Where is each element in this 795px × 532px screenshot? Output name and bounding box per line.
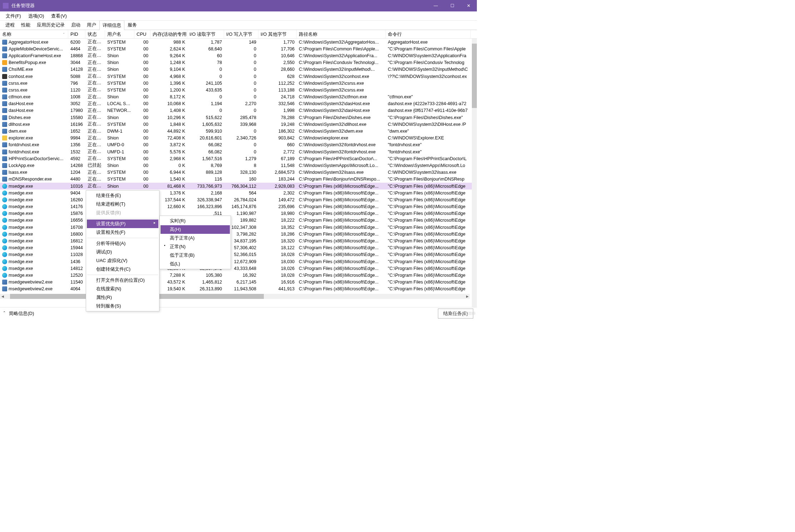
cell-iowrite: 11,943,508 [224,286,258,291]
table-row[interactable]: AggregatorHost.exe6200正在运行SYSTEM00988 K1… [0,39,477,45]
scrollbar-vertical[interactable] [472,39,477,307]
table-row[interactable]: msedge.exe1481282,384 K52,507,97243,333,… [0,265,477,272]
cell-pid: 6200 [68,40,85,45]
column-header-5[interactable]: 内存(活动的专用... [150,30,187,38]
grid-body[interactable]: AggregatorHost.exe6200正在运行SYSTEM00988 K1… [0,39,477,294]
scroll-left-arrow-icon[interactable]: ◀ [0,294,5,299]
column-header-2[interactable]: 状态 [85,30,105,38]
menu-item-8[interactable]: 调试(D) [87,248,158,256]
menu-item-13[interactable]: 在线搜索(N) [87,285,158,293]
priority-item-4[interactable]: 低于正常(B) [161,251,230,260]
collapse-toggle[interactable]: ˆ 简略信息(D) [4,310,34,317]
table-row[interactable]: dasHost.exe3052正在运行LOCAL SE...0010,068 K… [0,100,477,107]
table-row[interactable]: csrss.exe796正在运行SYSTEM001,396 K241,10501… [0,80,477,87]
table-row[interactable]: msedge.exe16812,16934,837,19518,320C:\Pr… [0,237,477,244]
table-row[interactable]: LockApp.exe14268已挂起Shion000 K8,769811,54… [0,162,477,169]
cell-status: 正在运行 [85,114,105,120]
table-row[interactable]: msedge.exe16656,670189,88218,222C:\Progr… [0,217,477,224]
menu-item-14[interactable]: 属性(R) [87,293,158,302]
menu-options[interactable]: 选项(O) [25,12,48,20]
cell-cmd: "dwm.exe" [386,129,471,134]
table-row[interactable]: msedgewebview2.exe1154043,572 K1,465,812… [0,279,477,286]
table-row[interactable]: HPPrintScanDoctorServic...4592正在运行SYSTEM… [0,155,477,162]
column-header-4[interactable]: CPU [134,30,150,38]
menu-item-4[interactable]: 设置优先级(P)▸ [87,220,158,228]
table-row[interactable]: msedge.exe143676,296 K11,097,09912,672,9… [0,258,477,265]
priority-item-0[interactable]: 实时(R) [161,217,230,225]
column-header-3[interactable]: 用户名 [105,30,134,38]
table-row[interactable]: lsass.exe1204正在运行SYSTEM006,944 K889,1283… [0,169,477,176]
table-row[interactable]: msedge.exe16708,372102,347,30818,352C:\P… [0,224,477,231]
minimize-button[interactable]: — [428,0,444,11]
tab-1[interactable]: 性能 [18,20,34,30]
priority-item-2[interactable]: 高于正常(A) [161,234,230,242]
cell-ioother: 10,646 [258,53,297,58]
table-row[interactable]: msedge.exe94041,376 K2,1685642,302C:\Pro… [0,189,477,196]
table-row[interactable]: conhost.exe5088正在运行SYSTEM004,968 K00628C… [0,73,477,80]
table-row[interactable]: msedge.exe15944,67757,306,40218,122C:\Pr… [0,245,477,251]
table-row[interactable]: msedge.exe15876,5111,190,98718,980C:\Pro… [0,210,477,217]
table-row[interactable]: csrss.exe1120正在运行SYSTEM001,200 K433,6350… [0,87,477,93]
cell-cmd: "C:\Program Files (x86)\Microsoft\Edge [386,211,471,216]
cell-pid: 16260 [68,197,85,202]
column-header-9[interactable]: 路径名称 [297,30,386,38]
cell-user: NETWOR... [105,108,134,113]
table-row[interactable]: msedge.exe16260137,544 K326,338,94726,78… [0,196,477,203]
table-row[interactable]: msedge.exe125207,288 K105,38016,39218,02… [0,272,477,279]
process-name: msedge.exe [9,252,33,257]
table-row[interactable]: msedge.exe1417612,660 K166,323,896145,17… [0,203,477,210]
tab-2[interactable]: 应用历史记录 [34,20,68,30]
priority-item-3[interactable]: 正常(N)• [161,242,230,251]
tab-0[interactable]: 进程 [2,20,18,30]
priority-item-1[interactable]: 高(H) [161,225,230,234]
table-row[interactable]: fontdrvhost.exe1532正在运行UMFD-1005,576 K66… [0,148,477,155]
process-name: msedge.exe [9,259,33,264]
menu-file[interactable]: 文件(F) [2,12,25,20]
column-header-7[interactable]: I/O 写入字节 [224,30,258,38]
table-row[interactable]: ChsIME.exe14128正在运行Shion009,104 K0028,66… [0,66,477,73]
tab-6[interactable]: 服务 [124,20,140,30]
cell-iowrite: 149 [224,40,258,45]
menu-item-7[interactable]: 分析等待链(A) [87,239,158,248]
table-row[interactable]: dasHost.exe17980正在运行NETWOR...001,408 K00… [0,107,477,114]
tab-4[interactable]: 用户 [84,20,99,30]
table-row[interactable]: Dishes.exe15580正在运行Shion0010,296 K515,62… [0,114,477,121]
cell-iowrite: 2,270 [224,101,258,106]
tab-3[interactable]: 启动 [68,20,84,30]
column-header-1[interactable]: PID [68,30,85,38]
table-row[interactable]: msedge.exe16800,8763,798,28218,286C:\Pro… [0,231,477,237]
menu-item-12[interactable]: 打开文件所在的位置(O) [87,276,158,285]
scroll-thumb-vertical[interactable] [472,44,477,108]
table-row[interactable]: ApplicationFrameHost.exe18868正在运行Shion00… [0,52,477,59]
tab-5[interactable]: 详细信息 [99,20,124,30]
menu-view[interactable]: 查看(V) [48,12,70,20]
table-row[interactable]: ctfmon.exe1008正在运行Shion008,172 K0024,718… [0,94,477,100]
column-header-0[interactable]: 名称ˆ [0,30,68,38]
cell-ioother: 149,472 [258,197,297,202]
table-row[interactable]: msedgewebview2.exe406419,540 K26,313,890… [0,286,477,292]
scroll-right-arrow-icon[interactable]: ▶ [465,294,470,299]
menu-item-1[interactable]: 结束进程树(T) [87,200,158,208]
table-row[interactable]: mDNSResponder.exe4480正在运行SYSTEM001,540 K… [0,176,477,183]
menu-item-5[interactable]: 设置相关性(F) [87,228,158,237]
table-row[interactable]: AppleMobileDeviceServic...4464正在运行SYSTEM… [0,45,477,52]
table-row[interactable]: fontdrvhost.exe1356正在运行UMFD-0003,872 K66… [0,142,477,148]
table-row[interactable]: msedge.exe11028,76152,366,01518,028C:\Pr… [0,251,477,258]
table-row[interactable]: dllhost.exe16196正在运行SYSTEM001,848 K1,605… [0,121,477,128]
process-icon [2,273,7,278]
table-row[interactable]: dwm.exe1652正在运行DWM-10044,892 K599,910018… [0,128,477,134]
menu-item-9[interactable]: UAC 虚拟化(V) [87,256,158,265]
priority-item-5[interactable]: 低(L) [161,260,230,268]
close-button[interactable]: ✕ [460,0,477,11]
table-row[interactable]: explorer.exe9984正在运行Shion0072,408 K20,61… [0,135,477,142]
menu-item-0[interactable]: 结束任务(E) [87,191,158,200]
table-row[interactable]: msedge.exe10316正在运行Shion0081,468 K733,76… [0,183,477,189]
maximize-button[interactable]: ☐ [444,0,460,11]
menu-item-10[interactable]: 创建转储文件(C) [87,265,158,274]
column-header-8[interactable]: I/O 其他字节 [258,30,297,38]
menu-item-15[interactable]: 转到服务(S) [87,302,158,310]
column-header-6[interactable]: I/O 读取字节 [187,30,224,38]
scrollbar-horizontal[interactable]: ◀ ▶ [0,294,470,299]
table-row[interactable]: BenefitsPopup.exe3044正在运行Shion001,248 K7… [0,59,477,66]
column-header-10[interactable]: 命令行 [386,30,471,38]
